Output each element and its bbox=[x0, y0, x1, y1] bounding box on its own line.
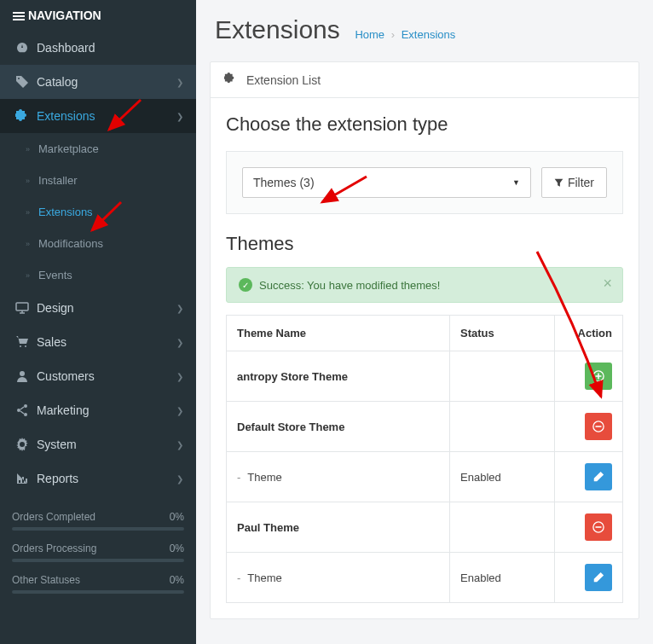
progress-bar bbox=[12, 590, 184, 594]
chevron-right-icon: ❯ bbox=[176, 304, 183, 313]
hamburger-icon[interactable] bbox=[13, 10, 25, 22]
sidebar-item-dashboard[interactable]: Dashboard bbox=[0, 31, 196, 65]
sidebar-item-label: System bbox=[37, 438, 176, 451]
chevron-double-icon: » bbox=[26, 177, 30, 185]
svg-rect-0 bbox=[16, 303, 28, 310]
stat-value: 0% bbox=[170, 574, 184, 586]
chevron-right-icon: ❯ bbox=[176, 112, 183, 121]
cell-theme-name: -Theme bbox=[227, 452, 450, 502]
theme-name-text: Theme bbox=[247, 471, 281, 484]
sidebar-subitem-installer[interactable]: » Installer bbox=[0, 165, 196, 196]
dashboard-icon bbox=[13, 41, 32, 55]
sidebar-stats: Orders Completed 0% Orders Processing 0%… bbox=[12, 511, 184, 594]
chevron-double-icon: » bbox=[26, 208, 30, 217]
section-title: Themes bbox=[226, 233, 623, 255]
sidebar-item-label: Extensions bbox=[37, 109, 176, 123]
cell-action bbox=[555, 351, 623, 402]
cell-theme-name: Paul Theme bbox=[227, 502, 450, 553]
cart-icon bbox=[13, 335, 32, 349]
chevron-right-icon: ❯ bbox=[176, 406, 183, 415]
filter-icon bbox=[554, 178, 563, 188]
sidebar-item-sales[interactable]: Sales ❯ bbox=[0, 325, 196, 359]
sidebar-subitem-label: Events bbox=[38, 269, 72, 281]
sidebar-item-system[interactable]: System ❯ bbox=[0, 427, 196, 461]
bar-chart-icon bbox=[13, 472, 32, 485]
cell-theme-name: Default Store Theme bbox=[227, 402, 450, 452]
sidebar-item-customers[interactable]: Customers ❯ bbox=[0, 359, 196, 393]
cell-status bbox=[450, 502, 555, 553]
page-header: Extensions Home › Extensions bbox=[196, 0, 653, 61]
sidebar-item-label: Design bbox=[37, 301, 176, 315]
sidebar-item-catalog[interactable]: Catalog ❯ bbox=[0, 65, 196, 99]
indent-marker: - bbox=[237, 471, 240, 484]
sidebar-item-label: Marketing bbox=[37, 403, 176, 417]
indent-marker: - bbox=[237, 571, 240, 584]
sidebar-subitem-extensions[interactable]: » Extensions bbox=[0, 196, 196, 228]
stat-orders-completed: Orders Completed 0% bbox=[12, 511, 184, 531]
user-icon bbox=[13, 369, 32, 383]
chevron-right-icon: ❯ bbox=[176, 372, 183, 381]
plus-circle-icon bbox=[592, 370, 604, 382]
breadcrumb-home[interactable]: Home bbox=[355, 28, 384, 41]
sidebar-item-design[interactable]: Design ❯ bbox=[0, 291, 196, 325]
table-row: antropy Store Theme bbox=[227, 351, 623, 402]
close-icon[interactable]: × bbox=[603, 275, 612, 293]
col-status: Status bbox=[450, 316, 555, 351]
uninstall-button[interactable] bbox=[585, 413, 612, 440]
desktop-icon bbox=[13, 301, 32, 315]
choose-title: Choose the extension type bbox=[226, 113, 623, 136]
svg-point-3 bbox=[17, 409, 20, 412]
breadcrumb-separator: › bbox=[391, 28, 395, 41]
extension-type-select[interactable]: Themes (3) ▼ bbox=[242, 167, 531, 198]
chevron-double-icon: » bbox=[26, 240, 30, 248]
sidebar-item-extensions[interactable]: Extensions ❯ bbox=[0, 99, 196, 133]
svg-point-4 bbox=[24, 413, 27, 416]
filter-button[interactable]: Filter bbox=[541, 167, 607, 198]
sidebar: NAVIGATION Dashboard Catalog ❯ Extension… bbox=[0, 0, 196, 644]
stat-label: Orders Processing bbox=[12, 542, 96, 554]
cell-theme-name: antropy Store Theme bbox=[227, 351, 450, 402]
install-button[interactable] bbox=[585, 363, 612, 390]
sidebar-subitem-label: Installer bbox=[38, 174, 78, 187]
sidebar-item-label: Catalog bbox=[37, 75, 176, 89]
theme-name-text: Paul Theme bbox=[237, 521, 299, 534]
cell-status: Enabled bbox=[450, 452, 555, 502]
filter-button-label: Filter bbox=[568, 176, 594, 189]
chevron-double-icon: » bbox=[26, 271, 30, 280]
sidebar-item-label: Sales bbox=[37, 335, 176, 349]
chevron-right-icon: ❯ bbox=[176, 440, 183, 450]
cell-status: Enabled bbox=[450, 553, 555, 603]
sidebar-item-reports[interactable]: Reports ❯ bbox=[0, 461, 196, 496]
minus-circle-icon bbox=[592, 521, 604, 533]
chevron-down-icon: ▼ bbox=[512, 178, 520, 187]
cell-action bbox=[555, 502, 623, 553]
page-title: Extensions bbox=[215, 15, 340, 44]
table-row: -ThemeEnabled bbox=[227, 452, 623, 502]
sidebar-item-marketing[interactable]: Marketing ❯ bbox=[0, 393, 196, 427]
edit-button[interactable] bbox=[585, 463, 612, 490]
chevron-right-icon: ❯ bbox=[176, 338, 183, 347]
breadcrumb-current[interactable]: Extensions bbox=[402, 28, 456, 41]
sidebar-subitem-marketplace[interactable]: » Marketplace bbox=[0, 133, 196, 165]
progress-bar bbox=[12, 527, 184, 531]
pencil-icon bbox=[592, 571, 604, 583]
tags-icon bbox=[13, 75, 32, 89]
sidebar-subitem-modifications[interactable]: » Modifications bbox=[0, 228, 196, 259]
stat-label: Other Statuses bbox=[12, 574, 80, 586]
sidebar-item-label: Dashboard bbox=[37, 41, 183, 55]
cell-theme-name: -Theme bbox=[227, 553, 450, 603]
chevron-right-icon: ❯ bbox=[176, 474, 183, 484]
themes-table: Theme Name Status Action antropy Store T… bbox=[226, 315, 623, 603]
sidebar-subitem-events[interactable]: » Events bbox=[0, 259, 196, 291]
cell-status bbox=[450, 402, 555, 452]
panel-heading: Extension List bbox=[211, 62, 639, 98]
table-row: Default Store Theme bbox=[227, 402, 623, 452]
cell-status bbox=[450, 351, 555, 402]
minus-circle-icon bbox=[592, 421, 604, 432]
panel: Extension List Choose the extension type… bbox=[210, 61, 639, 619]
uninstall-button[interactable] bbox=[585, 513, 612, 541]
edit-button[interactable] bbox=[585, 564, 612, 591]
chevron-double-icon: » bbox=[26, 145, 30, 154]
sidebar-subitem-label: Extensions bbox=[38, 206, 93, 218]
select-value: Themes (3) bbox=[253, 176, 315, 189]
